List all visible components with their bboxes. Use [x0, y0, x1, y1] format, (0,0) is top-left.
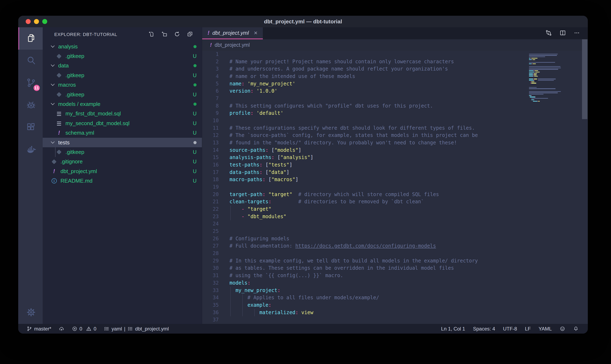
code-line-36[interactable]: 36 materialized: view [202, 309, 588, 316]
code-line-10[interactable]: 10 [202, 117, 588, 125]
code-line-22[interactable]: 22 - "target" [202, 206, 588, 213]
code-line-25[interactable]: 25 [202, 228, 588, 235]
refresh-icon[interactable] [174, 31, 181, 38]
line-number: 3 [202, 65, 219, 73]
yaml-file-icon: ! [51, 168, 57, 174]
breadcrumb-file[interactable]: dbt_project.yml [215, 42, 250, 48]
tree-item-data[interactable]: data [43, 61, 202, 71]
minimap-line [529, 92, 558, 93]
code-text: data-paths: ["data"] [229, 169, 289, 176]
tree-item-macros[interactable]: macros [43, 80, 202, 90]
activity-debug-button[interactable] [18, 94, 43, 117]
git-file-icon [56, 149, 62, 155]
breadcrumb[interactable]: ! dbt_project.yml [202, 39, 588, 51]
tree-item-models-example[interactable]: models / example [43, 99, 202, 109]
code-line-26[interactable]: 26# Configuring models [202, 235, 588, 243]
line-number: 20 [202, 191, 219, 198]
zoom-window-button[interactable] [42, 19, 47, 24]
split-editor-icon[interactable] [559, 29, 566, 37]
code-line-13[interactable]: 13# found in the "models/" directory. Yo… [202, 139, 588, 147]
code-line-14[interactable]: 14source-paths: ["models"] [202, 147, 588, 154]
code-text: source-paths: ["models"] [229, 147, 301, 154]
code-text: # found in the "models/" directory. You … [229, 139, 457, 147]
tree-item-schema.yml[interactable]: !schema.ymlU [43, 128, 202, 138]
code-line-21[interactable]: 21clean-targets: # directories to be rem… [202, 198, 588, 206]
activity-explorer-button[interactable] [18, 27, 43, 50]
minimap-line [529, 64, 536, 64]
documentation-link[interactable]: https://docs.getdbt.com/docs/configuring… [295, 243, 436, 249]
code-line-31[interactable]: 31# using the `{{ config(...) }}` macro. [202, 272, 588, 279]
code-line-16[interactable]: 16test-paths: ["tests"] [202, 161, 588, 169]
tree-item-.gitkeep[interactable]: .gitkeepU [43, 147, 202, 157]
new-file-icon[interactable] [148, 31, 155, 38]
code-line-17[interactable]: 17data-paths: ["data"] [202, 169, 588, 176]
code-text: # This setting configures which "profile… [229, 102, 433, 110]
line-number: 18 [202, 176, 219, 183]
file-tree: analysis.gitkeepUdata.gitkeepUmacros.git… [43, 42, 202, 324]
code-line-34[interactable]: 34 # Applies to all files under models/e… [202, 294, 588, 301]
code-text: # Full documentation: https://docs.getdb… [229, 242, 436, 250]
code-line-19[interactable]: 19 [202, 183, 588, 191]
code-line-37[interactable]: 37 [202, 316, 588, 324]
code-line-32[interactable]: 32models: [202, 279, 588, 287]
language-mode[interactable]: YAML [539, 326, 552, 332]
activity-extensions-button[interactable] [18, 117, 43, 139]
activity-docker-button[interactable] [18, 139, 43, 161]
editor-scrollbar[interactable] [582, 39, 587, 119]
linter-status[interactable]: yaml | dbt_project.yml [104, 326, 169, 332]
tree-item-.gitignore[interactable]: .gitignoreU [43, 157, 202, 167]
tree-item-.gitkeep[interactable]: .gitkeepU [43, 71, 202, 80]
problems-status[interactable]: 0 0 [72, 326, 97, 332]
titlebar[interactable]: dbt_project.yml — dbt-tutorial [18, 16, 588, 27]
code-line-29[interactable]: 29# In this example config, we tell dbt … [202, 257, 588, 265]
code-line-27[interactable]: 27# Full documentation: https://docs.get… [202, 242, 588, 250]
minimap-line [529, 69, 558, 69]
tree-item-my-second-dbt-model.sql[interactable]: my_second_dbt_model.sqlU [43, 118, 202, 128]
code-line-24[interactable]: 24 [202, 220, 588, 228]
manage-settings-button[interactable] [18, 301, 43, 324]
code-line-12[interactable]: 12# The `source-paths` config, for examp… [202, 132, 588, 139]
code-editor[interactable]: 12# Name your project! Project names sho… [202, 51, 588, 324]
new-folder-icon[interactable] [161, 31, 167, 38]
activity-source-control-button[interactable]: 11 [18, 72, 43, 94]
untracked-badge: U [193, 168, 196, 174]
tab-dbt-project-yml[interactable]: ! dbt_project.yml × [202, 27, 263, 39]
open-changes-icon[interactable] [545, 29, 552, 37]
code-line-23[interactable]: 23 - "dbt_modules" [202, 213, 588, 221]
line-number: 1 [202, 51, 219, 58]
tree-item-.gitkeep[interactable]: .gitkeepU [43, 90, 202, 99]
code-line-35[interactable]: 35 example: [202, 301, 588, 309]
line-number: 27 [202, 242, 219, 250]
collapse-folders-icon[interactable] [187, 31, 193, 38]
feedback-smiley-icon[interactable] [560, 326, 565, 332]
eol-setting[interactable]: LF [525, 326, 531, 332]
tree-item-dbt-project.yml[interactable]: !dbt_project.ymlU [43, 167, 202, 176]
code-line-28[interactable]: 28 [202, 250, 588, 257]
tree-item-readme.md[interactable]: iREADME.mdU [43, 176, 202, 185]
more-actions-icon[interactable] [573, 29, 580, 37]
cursor-position[interactable]: Ln 1, Col 1 [441, 326, 465, 332]
code-line-18[interactable]: 18macro-paths: ["macros"] [202, 176, 588, 183]
modified-icon: ! [208, 30, 209, 36]
code-line-30[interactable]: 30# as tables. These settings can be ove… [202, 264, 588, 272]
sync-changes-button[interactable] [59, 326, 64, 332]
tree-item-tests[interactable]: tests [43, 138, 202, 147]
minimap[interactable] [529, 52, 581, 114]
code-line-33[interactable]: 33 my_new_project: [202, 287, 588, 294]
encoding-setting[interactable]: UTF-8 [503, 326, 517, 332]
close-window-button[interactable] [26, 19, 31, 24]
tree-item-analysis[interactable]: analysis [43, 42, 202, 51]
git-branch-status[interactable]: master* [27, 326, 51, 332]
close-tab-icon[interactable]: × [254, 30, 258, 36]
code-line-20[interactable]: 20target-path: "target" # directory whic… [202, 191, 588, 198]
line-number: 22 [202, 206, 219, 213]
code-line-11[interactable]: 11# These configurations specify where d… [202, 125, 588, 132]
code-line-15[interactable]: 15analysis-paths: ["analysis"] [202, 154, 588, 161]
minimize-window-button[interactable] [34, 19, 39, 24]
notifications-bell-icon[interactable] [573, 326, 579, 332]
activity-search-button[interactable] [18, 50, 43, 72]
indentation-setting[interactable]: Spaces: 4 [473, 326, 495, 332]
modified-folder-dot [194, 83, 196, 86]
tree-item-my-first-dbt-model.sql[interactable]: my_first_dbt_model.sqlU [43, 109, 202, 118]
tree-item-.gitkeep[interactable]: .gitkeepU [43, 51, 202, 61]
